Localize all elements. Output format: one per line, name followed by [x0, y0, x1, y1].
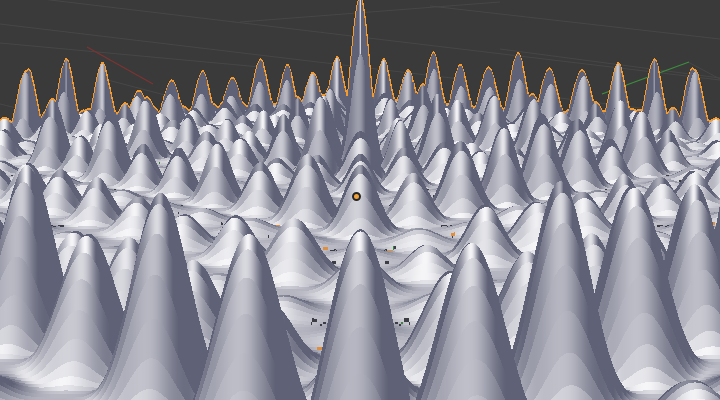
3d-viewport[interactable] — [0, 0, 720, 400]
object-origin-dot[interactable] — [352, 192, 361, 201]
terrain-mesh-canvas[interactable] — [0, 0, 720, 400]
